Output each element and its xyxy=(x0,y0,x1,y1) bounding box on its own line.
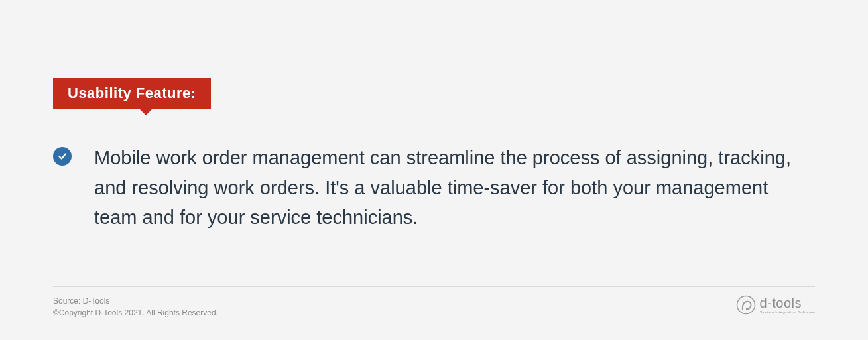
logo-text: d-tools System Integration Software xyxy=(760,296,815,314)
dtools-logo: d-tools System Integration Software xyxy=(736,295,815,315)
body-text: Mobile work order management can streaml… xyxy=(94,143,810,233)
source-line: Source: D-Tools xyxy=(53,295,218,307)
svg-point-0 xyxy=(737,296,755,314)
usability-feature-badge: Usability Feature: xyxy=(53,78,211,109)
logo-mark-icon xyxy=(736,295,756,315)
badge-wrap: Usability Feature: xyxy=(53,78,211,109)
copyright-line: ©Copyright D-Tools 2021. All Rights Rese… xyxy=(53,307,218,319)
logo-name: d-tools xyxy=(760,296,815,310)
content-row: Mobile work order management can streaml… xyxy=(53,143,815,233)
footer-text: Source: D-Tools ©Copyright D-Tools 2021.… xyxy=(53,295,218,319)
badge-label: Usability Feature: xyxy=(68,85,196,101)
logo-tagline: System Integration Software xyxy=(760,310,815,314)
card: Usability Feature: Mobile work order man… xyxy=(0,0,868,340)
badge-tail-icon xyxy=(139,109,153,115)
footer-line: Source: D-Tools ©Copyright D-Tools 2021.… xyxy=(53,295,815,319)
footer: Source: D-Tools ©Copyright D-Tools 2021.… xyxy=(53,286,815,319)
check-circle-icon xyxy=(53,147,72,166)
divider xyxy=(53,286,815,287)
